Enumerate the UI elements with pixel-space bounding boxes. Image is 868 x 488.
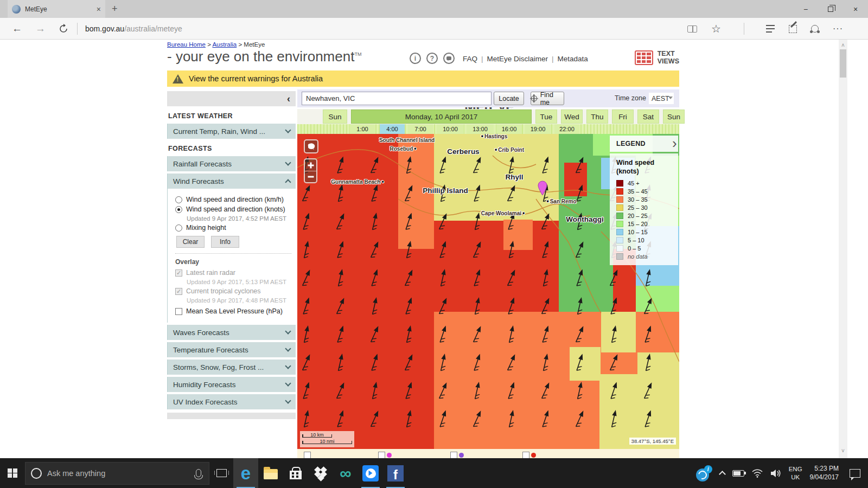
checkbox-mslp[interactable]: Mean Sea Level Pressure (hPa): [175, 307, 291, 315]
desktop: MetEye × + − × ← → bom.gov.au/australia/…: [0, 0, 868, 488]
hour-cell[interactable]: 1:00: [350, 124, 375, 134]
hub-icon[interactable]: [766, 28, 775, 29]
day-tab[interactable]: Fri: [612, 110, 634, 124]
accordion-storms[interactable]: Storms, Snow, Fog, Frost ...: [167, 359, 296, 375]
start-button[interactable]: [0, 458, 25, 488]
battery-icon[interactable]: [732, 470, 744, 477]
day-tab[interactable]: Tue: [535, 110, 557, 124]
accordion-waves[interactable]: Waves Forecasts: [167, 325, 296, 340]
accordion-current-temp[interactable]: Current Temp, Rain, Wind ...: [167, 124, 296, 139]
taskbar-facebook-button[interactable]: f: [383, 458, 408, 488]
taskbar-store-button[interactable]: [283, 458, 308, 488]
task-view-button[interactable]: [209, 458, 233, 488]
taskbar-infinity-app-button[interactable]: ∞: [333, 458, 358, 488]
back-icon[interactable]: ←: [12, 23, 22, 35]
microphone-icon[interactable]: [196, 469, 201, 477]
accordion-wind[interactable]: Wind Forecasts: [167, 174, 296, 189]
hour-cell[interactable]: 7:00: [408, 124, 433, 134]
faq-link[interactable]: FAQ: [463, 55, 477, 63]
hour-cell[interactable]: 22:00: [554, 124, 579, 134]
day-tab[interactable]: Wed: [561, 110, 583, 124]
day-tab-selected[interactable]: Monday, 10 April 2017: [351, 110, 532, 124]
dropdown-arrow-icon[interactable]: [668, 97, 673, 99]
text-views-button[interactable]: TEXTVIEWS: [635, 50, 679, 65]
location-dot-icon: [531, 453, 536, 458]
breadcrumb-bureau-home-link[interactable]: Bureau Home: [167, 41, 206, 48]
location-search-input[interactable]: [302, 92, 492, 105]
footer-checkbox[interactable]: [304, 452, 311, 458]
favorites-star-icon[interactable]: ☆: [711, 23, 721, 34]
radio-wind-knots[interactable]: Wind speed and direction (knots): [175, 206, 291, 213]
share-icon[interactable]: [811, 25, 819, 33]
taskbar-dropbox-button[interactable]: [308, 458, 333, 488]
accordion-uv-index[interactable]: UV Index Forecasts: [167, 394, 296, 409]
scrollbar-thumb[interactable]: [840, 49, 846, 78]
clear-button[interactable]: Clear: [176, 236, 205, 248]
forecast-map[interactable]: South Channel IslandRosebud••Hastings•Cr…: [297, 134, 679, 449]
day-tab[interactable]: Sun: [323, 110, 347, 124]
refresh-icon[interactable]: [59, 24, 68, 34]
info-icon[interactable]: i: [410, 53, 421, 64]
sidebar-collapse-button[interactable]: ‹: [167, 91, 296, 106]
new-tab-button[interactable]: +: [112, 3, 118, 15]
hour-cell-selected[interactable]: 4:00: [380, 124, 405, 134]
action-center-icon[interactable]: [850, 469, 860, 478]
taskbar-file-explorer-button[interactable]: [258, 458, 283, 488]
hour-cell[interactable]: 10:00: [437, 124, 464, 134]
window-restore-button[interactable]: [818, 0, 843, 18]
metadata-link[interactable]: Metadata: [558, 55, 588, 63]
zoom-in-button[interactable]: [305, 159, 316, 171]
radio-wind-kmh[interactable]: Wind speed and direction (km/h): [175, 196, 291, 203]
wifi-icon[interactable]: [752, 469, 763, 478]
warning-banner[interactable]: View the current warnings for Australia: [167, 70, 679, 87]
help-icon[interactable]: ?: [426, 53, 438, 64]
footer-checkbox[interactable]: [522, 452, 529, 458]
locate-button[interactable]: Locate: [494, 92, 524, 105]
window-minimize-button[interactable]: −: [793, 0, 818, 18]
reading-view-icon[interactable]: [687, 25, 697, 33]
radio-mixing-height[interactable]: Mixing height: [175, 224, 291, 232]
edge-icon: e: [241, 464, 251, 482]
browser-tab[interactable]: MetEye ×: [8, 0, 105, 18]
day-tab[interactable]: Thu: [586, 110, 608, 124]
legend-collapse-icon[interactable]: ›: [672, 135, 677, 152]
accordion-temperature[interactable]: Temperature Forecasts: [167, 342, 296, 357]
forecasts-heading: FORECASTS: [168, 145, 296, 152]
footer-checkbox[interactable]: [450, 452, 457, 458]
hour-cell[interactable]: 19:00: [525, 124, 551, 134]
taskbar-messenger-button[interactable]: [358, 458, 383, 488]
find-me-button[interactable]: Find me: [531, 92, 564, 105]
url-text[interactable]: bom.gov.au/australia/meteye: [85, 24, 182, 33]
day-tab[interactable]: Sat: [637, 110, 659, 124]
checkbox-tropical-cyclones[interactable]: ✓Current tropical cyclones: [175, 287, 291, 295]
volume-icon[interactable]: [770, 469, 781, 478]
footer-checkbox[interactable]: [378, 452, 385, 458]
feedback-icon[interactable]: [443, 53, 455, 64]
language-indicator[interactable]: ENGUK: [789, 465, 802, 481]
taskbar-edge-button[interactable]: e: [233, 458, 258, 488]
scroll-down-icon[interactable]: ˅: [839, 446, 847, 455]
info-button[interactable]: Info: [211, 236, 239, 248]
hour-cell[interactable]: 16:00: [496, 124, 522, 134]
window-close-button[interactable]: ×: [843, 0, 868, 18]
day-tab[interactable]: Sun: [663, 110, 685, 124]
hidden-icons-chevron[interactable]: [719, 471, 726, 478]
cortana-search-box[interactable]: Ask me anything: [25, 462, 209, 485]
breadcrumb-australia-link[interactable]: Australia: [212, 41, 237, 48]
page-scrollbar[interactable]: ˄ ˅: [839, 40, 847, 458]
hour-cell[interactable]: 13:00: [467, 124, 494, 134]
web-note-icon[interactable]: [789, 25, 797, 33]
accordion-humidity[interactable]: Humidity Forecasts: [167, 377, 296, 392]
tray-update-icon[interactable]: i: [696, 465, 712, 481]
zoom-out-button[interactable]: [305, 171, 316, 182]
scroll-up-icon[interactable]: ˄: [839, 41, 847, 49]
tab-close-icon[interactable]: ×: [97, 5, 101, 14]
taskbar-clock[interactable]: 5:23 PM9/04/2017: [810, 465, 839, 481]
page-content: Bureau Home > Australia > MetEye MetEye …: [0, 40, 868, 458]
accordion-rainfall[interactable]: Rainfall Forecasts: [167, 156, 296, 171]
disclaimer-link[interactable]: MetEye Disclaimer: [487, 55, 548, 63]
checkbox-rain-radar[interactable]: ✓Latest rain radar: [175, 269, 291, 277]
forward-icon[interactable]: →: [35, 23, 46, 35]
more-menu-icon[interactable]: ···: [833, 24, 843, 34]
reset-view-australia-button[interactable]: [304, 139, 318, 153]
